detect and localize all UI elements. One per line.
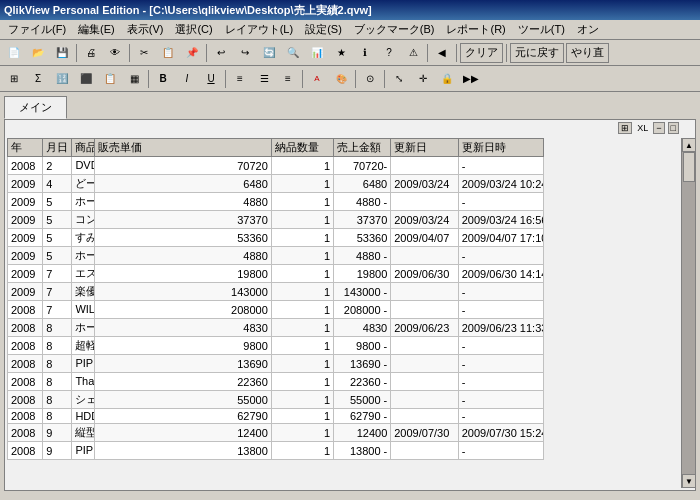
table-row[interactable]: 20088シェフのレンジ55000155000 -- [8,391,679,409]
table-cell: 55000 - [334,391,391,409]
table-cell: 19800 [95,265,272,283]
font-underline[interactable]: U [200,68,222,90]
design-btn4[interactable]: ⬛ [75,68,97,90]
th-year[interactable]: 年 [8,139,43,157]
th-updatetime[interactable]: 更新日時 [458,139,543,157]
open-btn[interactable]: 📂 [27,42,49,64]
menu-file[interactable]: ファイル(F) [2,20,72,39]
table-cell: WILD AND VIVID 40型 [72,301,95,319]
table-row[interactable]: 20089PIPIKAインバータライト(8-10畳)13800113800 -- [8,442,679,460]
tab-main[interactable]: メイン [4,96,67,119]
chart-btn[interactable]: 📊 [306,42,328,64]
design-btn6[interactable]: ▦ [123,68,145,90]
resize-btn[interactable]: ⤡ [388,68,410,90]
th-name[interactable]: 商品名 [72,139,95,157]
more-btn[interactable]: ▶▶ [460,68,482,90]
scrollbar-v[interactable]: ▲ ▼ [681,138,695,488]
table-row[interactable]: 20095すみずみ洗浄 洗濯槽533601533602009/04/072009… [8,229,679,247]
table-cell [391,409,459,424]
table-cell [391,301,459,319]
back-btn[interactable]: 元に戻す [510,43,564,63]
align-left[interactable]: ≡ [229,68,251,90]
paste-btn[interactable]: 📌 [181,42,203,64]
table-cell: 208000 [95,301,272,319]
th-price[interactable]: 販売単価 [95,139,272,157]
font-color[interactable]: A [306,68,328,90]
th-sales[interactable]: 売上金額 [334,139,391,157]
design-btn5[interactable]: 📋 [99,68,121,90]
redo-btn[interactable]: ↪ [234,42,256,64]
table-row[interactable]: 20089縦型クリーナー124001124002009/07/302009/07… [8,424,679,442]
menu-settings[interactable]: 設定(S) [299,20,348,39]
th-qty[interactable]: 納品数量 [271,139,333,157]
menu-tool[interactable]: ツール(T) [512,20,571,39]
table-row[interactable]: 20088That's ライトX22360122360 -- [8,373,679,391]
scroll-track[interactable] [682,152,695,474]
table-cell: 4830 [95,319,272,337]
alert-btn[interactable]: ⚠ [402,42,424,64]
nav-prev[interactable]: ◀ [431,42,453,64]
th-month[interactable]: 月日 [43,139,72,157]
th-update[interactable]: 更新日 [391,139,459,157]
menu-view[interactable]: 表示(V) [121,20,170,39]
reload-btn[interactable]: 🔄 [258,42,280,64]
min-ctrl[interactable]: − [653,122,664,134]
save-btn[interactable]: 💾 [51,42,73,64]
design-btn3[interactable]: 🔢 [51,68,73,90]
move-btn[interactable]: ✛ [412,68,434,90]
max-ctrl[interactable]: □ [668,122,679,134]
table-row[interactable]: 20097エスプレッソメーカー(ドリップ式)198001198002009/06… [8,265,679,283]
table-cell: 2008 [8,157,43,175]
table-cell: 2009 [8,193,43,211]
table-row[interactable]: 20088HDD-R200562790162790 -- [8,409,679,424]
table-row[interactable]: 20088ホーム・カフェ(ドリップ式)4830148302009/06/2320… [8,319,679,337]
search-btn[interactable]: 🔍 [282,42,304,64]
copy-btn[interactable]: 📋 [157,42,179,64]
table-row[interactable]: 20087WILD AND VIVID 40型2080001208000 -- [8,301,679,319]
table-row[interactable]: 20095ホーム・カフェ(ドリップ式)488014880 -- [8,193,679,211]
table-cell: 1 [271,319,333,337]
info-btn[interactable]: ℹ [354,42,376,64]
table-row[interactable]: 20088PIPIKAインバータライト(8-10畳)13690113690 -- [8,355,679,373]
scroll-down[interactable]: ▼ [682,474,696,488]
design-btn2[interactable]: Σ [27,68,49,90]
print-btn[interactable]: 🖨 [80,42,102,64]
xl-ctrl[interactable]: XL [635,123,650,133]
lock-btn[interactable]: 🔒 [436,68,458,90]
tab-bar: メイン [0,92,700,119]
forward-btn[interactable]: やり直 [566,43,609,63]
font-bold[interactable]: B [152,68,174,90]
special-btn[interactable]: ⊙ [359,68,381,90]
clear-btn[interactable]: クリア [460,43,503,63]
table-row[interactable]: 20088超軽 クリーナー980019800 -- [8,337,679,355]
cut-btn[interactable]: ✂ [133,42,155,64]
help-btn[interactable]: ? [378,42,400,64]
undo-btn[interactable]: ↩ [210,42,232,64]
preview-btn[interactable]: 👁 [104,42,126,64]
table-cell: 2009/07/30 15:24:33 [458,424,543,442]
menu-bookmark[interactable]: ブックマーク(B) [348,20,441,39]
table-row[interactable]: 20097楽優手洗い 全自動洗濯機1430001143000 -- [8,283,679,301]
menu-select[interactable]: 選択(C) [169,20,218,39]
table-row[interactable]: 20094どーさんぽっと6480164802009/03/242009/03/2… [8,175,679,193]
table-row[interactable]: 20095コンパクトラジカセ373701373702009/03/242009/… [8,211,679,229]
scroll-up[interactable]: ▲ [682,138,696,152]
table-row[interactable]: 20095ホーム・カフェ(ドリップ式)488014880 -- [8,247,679,265]
bg-color[interactable]: 🎨 [330,68,352,90]
star-btn[interactable]: ★ [330,42,352,64]
new-btn[interactable]: 📄 [3,42,25,64]
scroll-thumb[interactable] [683,152,695,182]
menu-report[interactable]: レポート(R) [440,20,511,39]
grid-ctrl[interactable]: ⊞ [618,122,632,134]
design-btn1[interactable]: ⊞ [3,68,25,90]
font-italic[interactable]: I [176,68,198,90]
menu-layout[interactable]: レイアウト(L) [219,20,299,39]
table-cell: - [458,247,543,265]
table-row[interactable]: 20082DVDレコーダー TSL-981770720170720-- [8,157,679,175]
align-center[interactable]: ☰ [253,68,275,90]
menu-edit[interactable]: 編集(E) [72,20,121,39]
table-cell: 6480 [95,175,272,193]
align-right[interactable]: ≡ [277,68,299,90]
menu-other[interactable]: オン [571,20,605,39]
table-cell: 2008 [8,301,43,319]
